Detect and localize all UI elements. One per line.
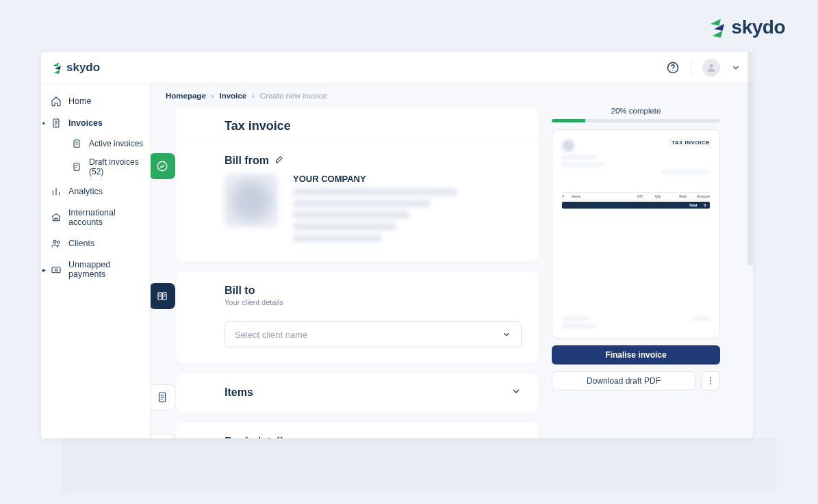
preview-total-row: Total 0 — [562, 202, 710, 209]
title-card: Tax invoice Bill from — [177, 107, 538, 261]
edit-icon[interactable] — [274, 155, 284, 167]
redacted-line — [293, 188, 457, 196]
finalise-button-label: Finalise invoice — [605, 350, 666, 360]
main-content: Homepage › Invoice › Create new invoice … — [151, 83, 753, 438]
sidebar-item-invoices[interactable]: • Invoices — [41, 112, 150, 134]
preview-col-idx: # — [562, 194, 567, 198]
breadcrumb-invoice[interactable]: Invoice — [219, 92, 246, 100]
app-body: Home • Invoices Active invoices Draft in… — [41, 83, 753, 438]
sidebar-item-draft-invoices[interactable]: Draft invoices (52) — [62, 153, 150, 181]
redacted-line — [662, 170, 710, 174]
preview-table-header: # Items A/C Qty Rate Amount — [562, 192, 710, 200]
form-column: Tax invoice Bill from — [163, 107, 538, 438]
svg-point-7 — [57, 241, 60, 243]
section-title: Items — [225, 386, 253, 399]
more-actions-button[interactable] — [701, 371, 720, 390]
step-badge-pending — [151, 384, 175, 410]
redacted-line — [562, 155, 596, 159]
preview-col-amount: Amount — [691, 194, 710, 198]
redacted-line — [293, 223, 396, 230]
svg-rect-8 — [52, 267, 60, 273]
help-icon[interactable] — [666, 61, 680, 75]
step-badge-done — [151, 153, 175, 179]
breadcrumb-home[interactable]: Homepage — [166, 92, 206, 100]
chevron-down-icon — [511, 435, 522, 438]
progress-label: 20% complete — [552, 107, 720, 119]
sidebar-invoices-children: Active invoices Draft invoices (52) — [41, 134, 150, 181]
preview-total-value: 0 — [704, 203, 706, 207]
chevron-down-icon — [511, 386, 522, 399]
redacted-line — [293, 200, 430, 207]
outer-brand: skydo — [707, 16, 785, 38]
redacted-line — [562, 324, 596, 328]
svg-point-16 — [710, 380, 711, 382]
svg-point-6 — [53, 240, 56, 243]
sidebar: Home • Invoices Active invoices Draft in… — [41, 83, 151, 438]
invoice-preview: TAX INVOICE # Items A/C Qty Rate Amount — [552, 129, 720, 339]
breadcrumb: Homepage › Invoice › Create new invoice — [163, 90, 741, 107]
sidebar-item-international-accounts[interactable]: International accounts — [41, 202, 150, 233]
brand-mark-icon — [51, 62, 63, 74]
content-columns: Tax invoice Bill from — [163, 107, 741, 438]
finalise-button[interactable]: Finalise invoice — [552, 345, 720, 364]
chevron-down-icon[interactable] — [731, 63, 741, 72]
progress-bar — [552, 119, 720, 122]
sidebar-item-label: Unmapped payments — [68, 260, 143, 279]
svg-point-10 — [157, 161, 167, 171]
topbar-actions — [666, 59, 741, 77]
section-bill-to: Bill to Your client details Select clien… — [177, 272, 538, 362]
sidebar-item-analytics[interactable]: Analytics — [41, 181, 150, 202]
preview-column: 20% complete TAX INVOICE — [552, 107, 720, 390]
chevron-right-icon: › — [212, 92, 214, 100]
company-name: YOUR COMPANY — [293, 174, 522, 184]
svg-point-15 — [710, 377, 711, 379]
sidebar-item-active-invoices[interactable]: Active invoices — [62, 134, 150, 153]
section-bank-details[interactable]: Bank details — [177, 423, 538, 438]
brand-word: skydo — [732, 16, 785, 38]
download-pdf-button[interactable]: Download draft PDF — [552, 371, 695, 390]
background-strip — [62, 438, 777, 492]
preview-col-ac: A/C — [637, 194, 651, 198]
download-pdf-label: Download draft PDF — [587, 376, 661, 386]
breadcrumb-current: Create new invoice — [260, 92, 327, 100]
sidebar-item-label: Active invoices — [89, 139, 143, 148]
svg-rect-4 — [74, 140, 79, 148]
brand-mark-icon — [707, 17, 728, 38]
sidebar-item-label: Draft invoices (52) — [89, 157, 144, 176]
preview-logo-placeholder — [562, 140, 574, 152]
section-title: Bill to — [225, 284, 255, 297]
sidebar-item-label: Analytics — [68, 187, 103, 196]
company-logo-placeholder — [225, 174, 278, 227]
sidebar-item-unmapped-payments[interactable]: ▸ Unmapped payments — [41, 254, 150, 284]
topbar-divider — [691, 60, 691, 75]
redacted-line — [692, 317, 710, 321]
preview-doc-label: TAX INVOICE — [672, 140, 710, 167]
section-title: Bill from — [225, 155, 269, 167]
chevron-right-icon: › — [252, 92, 255, 100]
app-window: skydo Home — [41, 52, 753, 438]
avatar[interactable] — [702, 59, 720, 77]
sidebar-item-clients[interactable]: Clients — [41, 233, 150, 254]
chevron-down-icon — [502, 330, 511, 339]
topbar-brand[interactable]: skydo — [51, 61, 100, 75]
preview-total-label: Total — [689, 203, 698, 207]
page-title: Tax invoice — [225, 119, 505, 133]
preview-col-items: Items — [572, 194, 633, 198]
section-bill-from: Bill from YOUR CO — [177, 142, 538, 261]
step-badge-pending — [151, 434, 175, 438]
client-select[interactable]: Select client name — [225, 321, 522, 347]
client-select-placeholder: Select client name — [235, 330, 307, 340]
sidebar-item-home[interactable]: Home — [41, 90, 150, 112]
preview-col-qty: Qty — [655, 194, 667, 198]
section-title: Bank details — [225, 436, 289, 438]
svg-point-9 — [55, 269, 57, 271]
brand-word: skydo — [66, 61, 100, 75]
sidebar-item-label: International accounts — [68, 208, 143, 227]
collapse-dot-icon: • — [42, 120, 45, 127]
redacted-line — [562, 163, 603, 167]
topbar: skydo — [41, 52, 753, 83]
progress-fill — [552, 119, 585, 122]
redacted-line — [293, 235, 382, 242]
section-items[interactable]: Items — [177, 373, 538, 412]
sidebar-item-label: Invoices — [68, 118, 103, 128]
